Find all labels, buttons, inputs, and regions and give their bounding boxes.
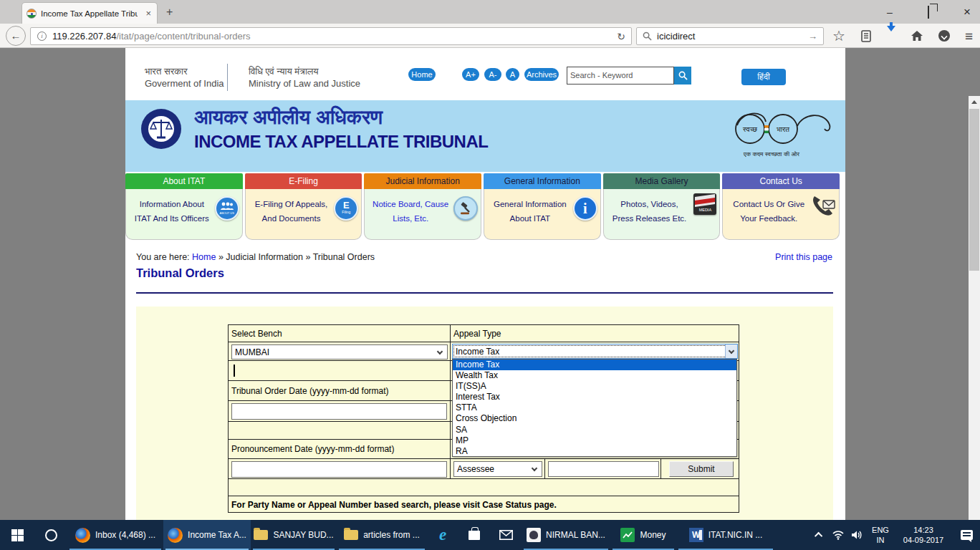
appeal-type-select[interactable]: Income Tax bbox=[452, 344, 738, 359]
tribunal-date-input[interactable] bbox=[231, 403, 447, 420]
tray-expand-button[interactable] bbox=[811, 532, 828, 538]
nav-desc-e-filing[interactable]: E-Filing Of Appeals, And Documents EFili… bbox=[245, 189, 362, 240]
taskbar-app-folder-articles[interactable]: articles from ... bbox=[337, 520, 427, 550]
close-button[interactable]: × bbox=[960, 5, 974, 19]
nav-tab-about-itat[interactable]: About ITAT bbox=[125, 173, 243, 189]
language-indicator[interactable]: ENGIN bbox=[867, 525, 894, 545]
tab-close-icon[interactable]: × bbox=[144, 8, 153, 19]
text-caret bbox=[234, 365, 235, 377]
nav-desc-media-gallery[interactable]: Photos, Videos, Press Releases Etc. MEDI… bbox=[603, 189, 721, 240]
appeal-type-option[interactable]: Cross Objection bbox=[453, 413, 736, 424]
search-go-icon[interactable]: → bbox=[808, 31, 817, 42]
appeal-type-option[interactable]: SA bbox=[453, 425, 736, 435]
taskbar-app-nirmal[interactable]: NIRMAL BAN... bbox=[522, 520, 610, 550]
reload-icon[interactable]: ↻ bbox=[617, 31, 625, 42]
nav-card-e-filing[interactable]: E-Filing E-Filing Of Appeals, And Docume… bbox=[245, 173, 362, 241]
pronouncement-date-label-cell: Pronouncement Date (yyyy-mm-dd format) bbox=[229, 440, 451, 459]
party-type-select[interactable]: Assessee bbox=[453, 461, 542, 477]
nav-desc-general-information[interactable]: General Information About ITAT i bbox=[484, 189, 601, 240]
home-button[interactable]: Home bbox=[408, 68, 436, 81]
minimize-button[interactable]: – bbox=[883, 6, 897, 18]
font-decrease-button[interactable]: A- bbox=[484, 68, 501, 81]
system-tray: ENGIN 14:2304-09-2017 bbox=[811, 520, 980, 550]
appeal-type-option[interactable]: Wealth Tax bbox=[453, 370, 736, 381]
page-info-icon[interactable]: i bbox=[37, 32, 47, 41]
taskbar-app-internet-explorer[interactable]: e bbox=[427, 520, 458, 550]
taskbar-app-firefox-inbox[interactable]: Inbox (4,468) ... bbox=[67, 520, 163, 550]
restore-button[interactable] bbox=[921, 6, 936, 18]
window-titlebar: Income Tax Appellate Tribun × + – × bbox=[0, 0, 980, 24]
scroll-up-button[interactable] bbox=[969, 96, 980, 108]
site-banner: आयकर अपीलीय अधिकरण INCOME TAX APPELLATE … bbox=[125, 100, 845, 172]
nav-tab-media-gallery[interactable]: Media Gallery bbox=[603, 173, 721, 189]
page-scrollbar[interactable] bbox=[969, 96, 980, 550]
new-tab-button[interactable]: + bbox=[166, 6, 173, 19]
clock[interactable]: 14:2304-09-2017 bbox=[894, 525, 953, 545]
nav-card-contact-us[interactable]: Contact Us Contact Us Or Give Your Feedb… bbox=[722, 173, 840, 241]
word-icon: W bbox=[689, 528, 703, 542]
bookmark-star-icon[interactable]: ☆ bbox=[832, 29, 845, 43]
site-search-input[interactable]: Search - Keyword bbox=[567, 67, 674, 85]
url-bar[interactable]: i 119.226.207.84/itat/page/content/tribu… bbox=[30, 27, 632, 45]
appeal-type-option[interactable]: STTA bbox=[453, 402, 736, 413]
appeal-number-input-cell[interactable] bbox=[229, 361, 451, 381]
note-row: For Party Name or Appeal Number based se… bbox=[229, 496, 739, 513]
font-normal-button[interactable]: A bbox=[506, 68, 519, 81]
back-button[interactable]: ← bbox=[6, 26, 26, 46]
taskbar-app-money[interactable]: Money bbox=[610, 520, 676, 550]
hindi-language-button[interactable]: हिंदी bbox=[741, 69, 786, 85]
nav-tab-judicial-information[interactable]: Judicial Information bbox=[364, 173, 481, 189]
volume-icon[interactable] bbox=[847, 530, 867, 540]
nav-card-about-itat[interactable]: About ITAT Information About ITAT And It… bbox=[125, 173, 243, 241]
breadcrumb-home-link[interactable]: Home bbox=[192, 252, 216, 262]
cortana-button[interactable] bbox=[34, 520, 67, 550]
gavel-icon bbox=[453, 196, 478, 221]
nav-tab-contact-us[interactable]: Contact Us bbox=[722, 173, 840, 189]
taskbar-app-word-itat[interactable]: WITAT.NIC.IN ... bbox=[676, 520, 775, 550]
nav-card-media-gallery[interactable]: Media Gallery Photos, Videos, Press Rele… bbox=[603, 173, 721, 241]
print-page-link[interactable]: Print this page bbox=[775, 252, 832, 262]
nav-card-judicial-information[interactable]: Judicial Information Notice Board, Cause… bbox=[364, 173, 481, 241]
party-name-input[interactable] bbox=[548, 461, 659, 477]
appeal-type-option[interactable]: Interest Tax bbox=[453, 392, 736, 402]
downloads-icon[interactable] bbox=[887, 27, 895, 44]
start-button[interactable] bbox=[0, 520, 34, 550]
submit-button[interactable]: Submit bbox=[669, 461, 734, 477]
appeal-type-option[interactable]: MP bbox=[453, 435, 736, 446]
taskbar-app-mail[interactable] bbox=[490, 520, 522, 550]
nav-tab-general-information[interactable]: General Information bbox=[484, 173, 601, 189]
library-icon[interactable] bbox=[860, 30, 872, 42]
banner-hindi-title: आयकर अपीलीय अधिकरण bbox=[194, 106, 383, 130]
pronouncement-date-input[interactable] bbox=[231, 461, 447, 478]
appeal-type-listbox[interactable]: Income TaxWealth TaxIT(SS)AInterest TaxS… bbox=[452, 359, 737, 457]
site-search-button[interactable] bbox=[674, 67, 691, 85]
archives-button[interactable]: Archives bbox=[524, 68, 559, 81]
breadcrumb-trail: » Judicial Information » Tribunal Orders bbox=[216, 252, 375, 262]
appeal-type-option[interactable]: IT(SS)A bbox=[453, 381, 736, 392]
nav-tab-e-filing[interactable]: E-Filing bbox=[245, 173, 362, 189]
taskbar-app-firefox-itat[interactable]: Income Tax A... bbox=[163, 520, 251, 550]
network-icon[interactable] bbox=[828, 530, 847, 540]
action-center-button[interactable] bbox=[953, 530, 980, 540]
taskbar-app-store[interactable] bbox=[458, 520, 490, 550]
pocket-icon[interactable] bbox=[938, 30, 950, 42]
ministry-english: Ministry of Law and Justice bbox=[249, 77, 360, 90]
browser-search-bar[interactable]: icicidirect → bbox=[636, 27, 824, 45]
chevron-down-icon bbox=[729, 348, 734, 354]
nav-card-general-information[interactable]: General Information General Information … bbox=[484, 173, 601, 241]
taskbar-app-folder-sanjay[interactable]: SANJAY BUD... bbox=[251, 520, 337, 550]
appeal-type-option[interactable]: RA bbox=[453, 446, 736, 457]
nav-desc-about-itat[interactable]: Information About ITAT And Its Officers … bbox=[125, 189, 243, 240]
appeal-select-arrow-button[interactable] bbox=[725, 344, 737, 358]
url-path: /itat/page/content/tribunal-orders bbox=[116, 31, 250, 42]
scrollbar-thumb[interactable] bbox=[969, 109, 979, 271]
nav-desc-contact-us[interactable]: Contact Us Or Give Your Feedback. bbox=[722, 189, 840, 240]
nav-desc-judicial-information[interactable]: Notice Board, Cause Lists, Etc. bbox=[364, 189, 481, 240]
appeal-type-option[interactable]: Income Tax bbox=[453, 360, 736, 370]
bench-select[interactable]: MUMBAI bbox=[231, 344, 448, 360]
home-icon[interactable] bbox=[911, 30, 923, 42]
browser-tab[interactable]: Income Tax Appellate Tribun × bbox=[21, 2, 158, 24]
font-increase-button[interactable]: A+ bbox=[462, 68, 479, 81]
menu-icon[interactable]: ≡ bbox=[965, 29, 973, 43]
search-icon bbox=[643, 32, 652, 41]
